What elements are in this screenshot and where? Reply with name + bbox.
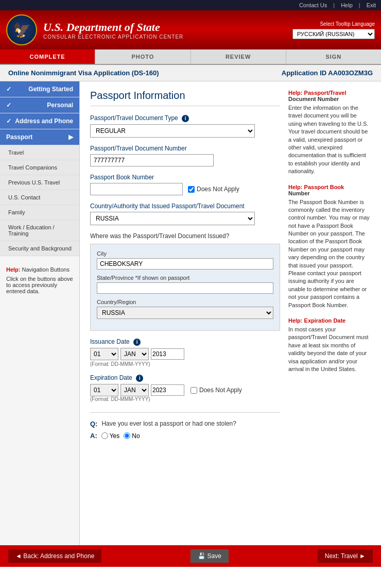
expiration-month-select[interactable]: JANFEBMAR (120, 384, 149, 396)
issued-where-group: Where was the Passport/Travel Document I… (90, 232, 280, 331)
issuance-month-select[interactable]: JANFEBMARAPR (120, 348, 149, 360)
language-select[interactable]: РУССКИЙ (RUSSIAN) ENGLISH (292, 29, 375, 39)
sidebar-item-work[interactable]: Work / Education / Training (0, 220, 79, 241)
save-button[interactable]: 💾 Save (190, 549, 229, 563)
expiration-na-checkbox[interactable] (190, 387, 197, 394)
language-selector-group: Select Tooltip Language РУССКИЙ (RUSSIAN… (292, 21, 375, 39)
tab-photo[interactable]: PHOTO (95, 49, 190, 64)
lost-yes-radio[interactable] (101, 432, 108, 439)
lost-no-radio[interactable] (124, 432, 130, 439)
issued-country-region-select[interactable]: RUSSIA UNITED STATES OTHER (97, 307, 273, 319)
sidebar-label: Address and Phone (15, 117, 73, 125)
passport-type-select[interactable]: REGULAR OFFICIAL DIPLOMATIC (90, 124, 255, 138)
sidebar-label: Family (8, 209, 25, 215)
expiration-date-label: Expiration Date i (90, 374, 280, 382)
issued-state-label: State/Province *If shown on passport (97, 275, 273, 281)
contact-us-link[interactable]: Contact Us (299, 2, 327, 8)
help-passport-doc: Help: Passport/Travel Document Number En… (288, 90, 371, 176)
exit-link[interactable]: Exit (367, 2, 376, 8)
tab-review[interactable]: REVIEW (191, 49, 286, 64)
lost-yes-label[interactable]: Yes (101, 432, 120, 440)
passport-book-na-checkbox[interactable] (188, 186, 195, 193)
help-passport-doc-text: Enter the information on the travel docu… (288, 104, 371, 176)
sidebar-item-family[interactable]: Family (0, 205, 79, 220)
issuance-date-row: 0102030405 JANFEBMARAPR (90, 348, 280, 360)
sidebar-item-travel-companions[interactable]: Travel Companions (0, 160, 79, 175)
issued-city-input[interactable] (97, 258, 273, 270)
header: 🦅 U.S. Department of State CONSULAR ELEC… (0, 10, 381, 49)
sidebar-item-prev-travel[interactable]: Previous U.S. Travel (0, 175, 79, 190)
sidebar-item-address[interactable]: ✓ Address and Phone (0, 113, 79, 129)
center-name: CONSULAR ELECTRONIC APPLICATION CENTER (43, 34, 183, 40)
check-icon: ✓ (6, 102, 11, 109)
issued-country-select[interactable]: RUSSIA UNITED STATES OTHER (90, 212, 255, 225)
help-panel: Help: Passport/Travel Document Number En… (288, 90, 371, 537)
issuance-day-select[interactable]: 0102030405 (90, 348, 118, 360)
content-area: Passport Information Passport/Travel Doc… (80, 81, 381, 545)
check-icon: ✓ (6, 86, 11, 93)
page-title: Passport Information (90, 90, 280, 106)
next-button[interactable]: Next: Travel ► (318, 549, 373, 563)
info-icon[interactable]: i (182, 115, 189, 122)
issuance-date-label: Issuance Date i (90, 338, 280, 346)
bottom-nav: ◄ Back: Address and Phone 💾 Save Next: T… (0, 545, 381, 567)
sidebar-label: Passport (6, 133, 32, 141)
help-passport-book-text: The Passport Book Number is commonly cal… (288, 198, 371, 309)
help-passport-book-title: Help: Passport Book Number (288, 184, 371, 196)
help-nav-text: Click on the buttons above to access pre… (6, 276, 73, 294)
sidebar-label: Personal (47, 102, 73, 109)
sidebar-item-travel[interactable]: Travel (0, 145, 79, 160)
issued-country-label: Country/Authority that Issued Passport/T… (90, 203, 280, 210)
passport-number-group: Passport/Travel Document Number (90, 145, 280, 166)
form-title: Online Nonimmigrant Visa Application (DS… (8, 69, 159, 77)
sidebar-item-us-contact[interactable]: U.S. Contact (0, 190, 79, 205)
sidebar-item-passport[interactable]: Passport ▶ (0, 129, 79, 145)
language-label: Select Tooltip Language (320, 21, 375, 27)
tab-complete[interactable]: COMPLETE (0, 49, 95, 64)
main-layout: ✓ Getting Started ✓ Personal ✓ Address a… (0, 81, 381, 545)
sidebar: ✓ Getting Started ✓ Personal ✓ Address a… (0, 81, 80, 545)
issued-country-region-label: Country/Region (97, 299, 273, 305)
lost-no-text: No (132, 432, 140, 440)
lost-passport-text: Have you ever lost a passport or had one… (101, 420, 236, 428)
issued-where-label: Where was the Passport/Travel Document I… (90, 232, 280, 240)
help-link[interactable]: Help (341, 2, 353, 8)
expiration-year-input[interactable] (151, 384, 184, 396)
passport-number-input[interactable] (90, 154, 214, 166)
help-expiration: Help: Expiration Date In most cases your… (288, 317, 371, 373)
passport-book-input[interactable] (90, 183, 183, 195)
expiration-date-group: Expiration Date i 010203 JANFEBMAR Does … (90, 374, 280, 402)
lost-passport-section: Q: Have you ever lost a passport or had … (90, 412, 280, 440)
content-main: Passport Information Passport/Travel Doc… (90, 90, 280, 537)
sidebar-item-personal[interactable]: ✓ Personal (0, 97, 79, 113)
passport-book-na-text: Does Not Apply (197, 186, 239, 193)
help-nav-label: Navigation Buttons (22, 266, 70, 273)
expiration-info-icon[interactable]: i (136, 375, 143, 382)
issuance-format-text: (Format: DD-MMM-YYYY) (90, 361, 280, 367)
tab-sign[interactable]: SIGN (286, 49, 381, 64)
a-label: A: (90, 432, 97, 440)
divider: | (359, 2, 360, 8)
sidebar-label: Security and Background (8, 245, 72, 251)
divider: | (333, 2, 335, 8)
expiration-day-select[interactable]: 010203 (90, 384, 118, 396)
lost-no-label[interactable]: No (124, 432, 140, 440)
issuance-info-icon[interactable]: i (133, 339, 141, 346)
arrow-icon: ▶ (68, 133, 73, 141)
issued-city-label: City (97, 250, 273, 257)
expiration-format-text: (Format: DD-MMM-YYYY) (90, 396, 280, 402)
issued-state-input[interactable] (97, 282, 273, 294)
help-passport-doc-title: Help: Passport/Travel Document Number (288, 90, 371, 102)
sidebar-label: U.S. Contact (8, 194, 40, 200)
app-id-label: Application ID (282, 69, 328, 77)
expiration-na-label[interactable]: Does Not Apply (190, 387, 242, 394)
help-passport-book: Help: Passport Book Number The Passport … (288, 184, 371, 309)
sidebar-item-security[interactable]: Security and Background (0, 241, 79, 256)
app-id-value: AA003OZM3G (328, 69, 373, 77)
sidebar-item-getting-started[interactable]: ✓ Getting Started (0, 81, 79, 97)
passport-number-label: Passport/Travel Document Number (90, 145, 280, 152)
passport-book-na-label[interactable]: Does Not Apply (188, 186, 239, 193)
back-button[interactable]: ◄ Back: Address and Phone (8, 549, 101, 563)
issuance-year-input[interactable] (151, 348, 184, 360)
help-expiration-text: In most cases your passport/Travel Docum… (288, 326, 371, 373)
